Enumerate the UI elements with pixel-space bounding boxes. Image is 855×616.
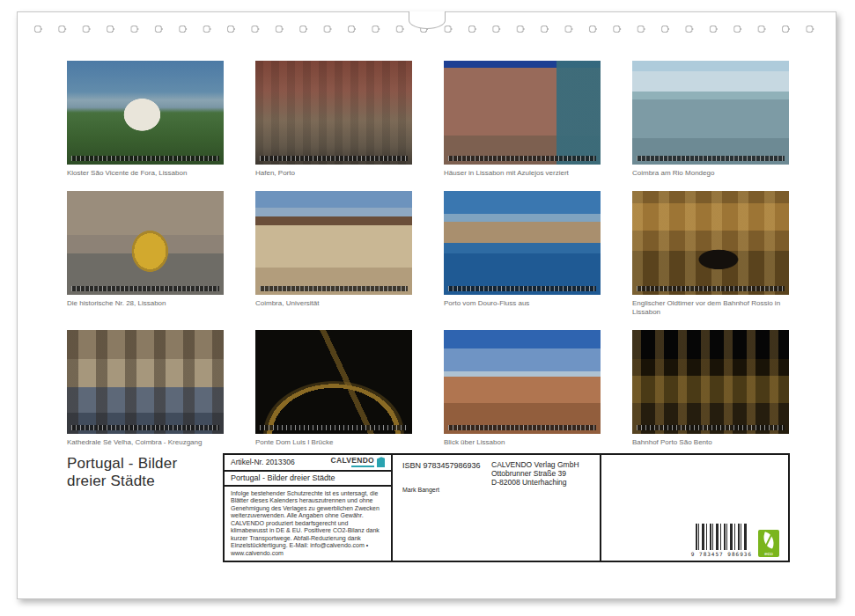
- photo-card: Porto vom Douro-Fluss aus: [444, 191, 601, 317]
- photo-caption: Kloster São Vicente de Fora, Lissabon: [67, 169, 224, 178]
- photo-se-velha-kreuzgang: [67, 330, 224, 434]
- ean-barcode: 9 783457 986936: [691, 524, 752, 557]
- legal-text: Infolge bestehender Schutzrechte ist es …: [225, 487, 391, 561]
- calendar-date-strip: [71, 425, 219, 430]
- calvendo-wordmark: CALVENDO: [331, 457, 374, 467]
- photo-caption: Hafen, Porto: [255, 169, 412, 178]
- calendar-date-strip: [260, 156, 408, 161]
- calendar-title-line1: Portugal - Bilder: [67, 455, 177, 473]
- photo-azulejos-haeuser: [444, 61, 601, 165]
- publisher-info-box: Artikel-Nr. 2013306 CALVENDO Portugal - …: [223, 453, 790, 562]
- photo-caption: Coimbra am Rio Mondego: [632, 169, 789, 178]
- publisher-street: Ottobrunner Straße 39: [491, 469, 579, 478]
- calendar-date-strip: [448, 425, 596, 430]
- eco-badge: eco: [758, 530, 779, 557]
- calvendo-tagline-mark: [351, 466, 374, 467]
- barcode-group: 9 783457 986936 eco: [691, 524, 779, 557]
- photo-caption: Kathedrale Sé Velha, Coimbra - Kreuzgang: [67, 438, 224, 447]
- calvendo-brand-text: CALVENDO: [331, 457, 374, 465]
- calendar-date-strip: [448, 286, 596, 291]
- eco-badge-label: eco: [758, 551, 779, 556]
- publisher-address: CALVENDO Verlag GmbH Ottobrunner Straße …: [491, 460, 579, 487]
- photo-oldtimer-rossio: [632, 191, 789, 295]
- article-number-row: Artikel-Nr. 2013306 CALVENDO: [225, 455, 391, 472]
- calvendo-logo: CALVENDO: [331, 457, 385, 467]
- photo-card: Kloster São Vicente de Fora, Lissabon: [67, 61, 224, 178]
- photo-card: Coimbra am Rio Mondego: [632, 61, 789, 178]
- calendar-date-strip: [260, 286, 408, 291]
- photo-card: Hafen, Porto: [255, 61, 412, 178]
- photo-tram-28: [67, 191, 224, 295]
- photo-grid: Kloster São Vicente de Fora, Lissabon Ha…: [67, 61, 790, 447]
- article-number: Artikel-Nr. 2013306: [231, 458, 295, 466]
- photo-caption: Ponte Dom Luis I Brücke: [255, 438, 412, 447]
- calendar-date-strip: [71, 286, 219, 291]
- photo-card: Coimbra, Universität: [255, 191, 412, 317]
- calendar-date-strip: [71, 156, 219, 161]
- photo-card: Die historische Nr. 28, Lissabon: [67, 191, 224, 317]
- calendar-date-strip: [637, 425, 785, 430]
- calendar-page-sheet: Kloster São Vicente de Fora, Lissabon Ha…: [17, 11, 837, 599]
- calendar-title-line2: dreier Städte: [67, 473, 177, 490]
- calendar-back-cover: Kloster São Vicente de Fora, Lissabon Ha…: [0, 0, 855, 616]
- leaf-icon: [761, 532, 777, 549]
- author-name: Mark Bangert: [402, 487, 439, 493]
- barcode-number: 9 783457 986936: [691, 551, 752, 557]
- calvendo-calendar-icon: [377, 457, 385, 467]
- photo-card: Häuser in Lissabon mit Azulejos verziert: [444, 61, 601, 178]
- calendar-title: Portugal - Bilder dreier Städte: [67, 455, 177, 490]
- publisher-name: CALVENDO Verlag GmbH: [491, 460, 579, 469]
- photo-caption: Englischer Oldtimer vor dem Bahnhof Ross…: [632, 299, 789, 317]
- photo-caption: Porto vom Douro-Fluss aus: [444, 299, 601, 308]
- calendar-date-strip: [260, 425, 408, 430]
- photo-caption: Die historische Nr. 28, Lissabon: [67, 299, 224, 308]
- photo-caption: Blick über Lissabon: [444, 438, 601, 447]
- photo-porto-douro: [444, 191, 601, 295]
- calendar-date-strip: [637, 286, 785, 291]
- photo-card: Blick über Lissabon: [444, 330, 601, 447]
- infobox-right-column: 9 783457 986936 eco: [601, 455, 788, 561]
- product-title: Portugal - Bilder dreier Städte: [225, 472, 391, 487]
- isbn-number: ISBN 9783457986936: [402, 461, 481, 470]
- photo-sao-bento: [632, 330, 789, 434]
- photo-hafen-porto: [255, 61, 412, 165]
- photo-card: Bahnhof Porto São Bento: [632, 330, 789, 447]
- infobox-middle-column: ISBN 9783457986936 CALVENDO Verlag GmbH …: [393, 455, 601, 561]
- photo-card: Ponte Dom Luis I Brücke: [255, 330, 412, 447]
- photo-card: Englischer Oldtimer vor dem Bahnhof Ross…: [632, 191, 789, 317]
- photo-rio-mondego: [632, 61, 789, 165]
- photo-kloster-sao-vicente: [67, 61, 224, 165]
- publisher-city: D-82008 Unterhaching: [491, 478, 579, 487]
- calendar-date-strip: [448, 156, 596, 161]
- photo-blick-ueber-lissabon: [444, 330, 601, 434]
- infobox-left-column: Artikel-Nr. 2013306 CALVENDO Portugal - …: [225, 455, 393, 561]
- photo-card: Kathedrale Sé Velha, Coimbra - Kreuzgang: [67, 330, 224, 447]
- hanger-notch: [409, 11, 446, 29]
- photo-caption: Häuser in Lissabon mit Azulejos verziert: [444, 169, 601, 178]
- barcode-bars: [696, 524, 747, 550]
- photo-caption: Bahnhof Porto São Bento: [632, 438, 789, 447]
- photo-caption: Coimbra, Universität: [255, 299, 412, 308]
- photo-ponte-dom-luis: [255, 330, 412, 434]
- photo-coimbra-universitaet: [255, 191, 412, 295]
- calendar-date-strip: [637, 156, 785, 161]
